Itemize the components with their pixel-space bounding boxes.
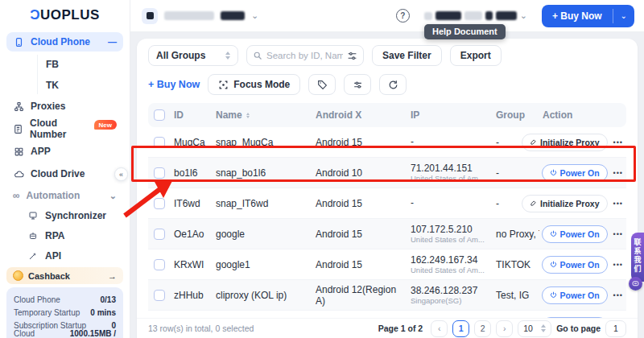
- buy-now-dropdown-caret[interactable]: ⌄: [613, 5, 634, 27]
- page-button-1[interactable]: 1: [452, 320, 469, 337]
- page-size-select[interactable]: 10: [518, 320, 551, 337]
- refresh-button[interactable]: [379, 74, 407, 95]
- sidebar-collapse-button[interactable]: «: [114, 167, 128, 181]
- row-checkbox[interactable]: [154, 137, 165, 148]
- page-size-value: 10: [523, 324, 533, 333]
- header-android: Android X: [312, 109, 407, 121]
- more-actions-button[interactable]: •••: [613, 169, 623, 177]
- account-menu[interactable]: ⌄: [418, 6, 534, 27]
- select-carets-icon: [541, 324, 546, 332]
- cell-id: IT6wd: [171, 198, 213, 209]
- more-actions-button[interactable]: •••: [613, 230, 623, 238]
- sidebar-item-api[interactable]: API: [21, 247, 123, 265]
- proxies-icon: [13, 101, 24, 112]
- cell-group: no Proxy, Te: [493, 229, 539, 240]
- power-on-button[interactable]: Power On: [542, 164, 608, 182]
- row-checkbox[interactable]: [154, 167, 165, 179]
- sidebar-item-rpa[interactable]: RPA: [21, 227, 123, 245]
- advanced-filter-icon[interactable]: [347, 51, 357, 61]
- save-filter-button[interactable]: Save Filter: [372, 45, 442, 66]
- collapse-minus-icon[interactable]: —: [108, 37, 117, 47]
- power-on-button[interactable]: Power On: [542, 286, 608, 304]
- sidebar-section-label: Automation: [27, 190, 80, 201]
- sidebar-section-automation[interactable]: ∞ Automation ⌄: [6, 187, 123, 204]
- initialize-proxy-button[interactable]: Initialize Proxy: [522, 195, 608, 212]
- table-row[interactable]: MugCa snap_MugCa Android 15 - - Initiali…: [148, 127, 626, 158]
- power-icon: [550, 230, 557, 237]
- help-icon[interactable]: ?: [396, 9, 410, 23]
- stat-value: 0: [111, 321, 116, 330]
- help-tooltip: Help Document: [424, 24, 506, 39]
- row-checkbox[interactable]: [154, 229, 165, 240]
- row-checkbox[interactable]: [154, 198, 165, 209]
- rpa-robot-icon: [27, 231, 39, 241]
- table-row[interactable]: Oe1Ao google Android 15 107.172.5.210Uni…: [148, 219, 626, 249]
- cell-id: bo1l6: [171, 167, 213, 179]
- table-row-highlighted[interactable]: bo1l6 snap_bo1l6 Android 10 71.201.44.15…: [148, 158, 626, 188]
- cell-ip: 38.246.128.237Singapore(SG): [407, 286, 493, 305]
- sidebar-item-fb[interactable]: FB: [46, 55, 123, 73]
- power-on-button[interactable]: Power On: [542, 256, 608, 274]
- select-all-checkbox[interactable]: [154, 109, 165, 121]
- power-on-button[interactable]: Power On: [542, 225, 608, 243]
- contact-us-widget[interactable]: 联系我们: [629, 233, 644, 291]
- tag-button[interactable]: [308, 74, 336, 95]
- more-actions-button[interactable]: •••: [613, 200, 623, 208]
- table-row[interactable]: zHHub cliproxy (KOL ip) Android 12(Regio…: [148, 280, 626, 311]
- sidebar-item-cloud-number[interactable]: Cloud Number New: [6, 119, 123, 138]
- more-actions-button[interactable]: •••: [613, 261, 623, 269]
- focus-mode-button[interactable]: Focus Mode: [208, 74, 300, 95]
- header-action: Action: [539, 109, 626, 121]
- sliders-icon: [353, 80, 363, 90]
- header-name[interactable]: Name: [213, 109, 312, 121]
- focus-mode-label: Focus Mode: [233, 79, 290, 90]
- cell-ip: -: [407, 137, 493, 147]
- sidebar-item-cloud-phone[interactable]: Cloud Phone —: [6, 32, 123, 52]
- row-checkbox[interactable]: [154, 290, 165, 301]
- settings-sliders-button[interactable]: [344, 74, 371, 95]
- sidebar-item-tk[interactable]: TK: [46, 76, 123, 94]
- buy-now-link[interactable]: + Buy Now: [148, 79, 200, 90]
- chat-bubble-icon[interactable]: [629, 277, 642, 291]
- group-filter-select[interactable]: All Groups: [148, 45, 238, 66]
- chevron-down-icon: ⌄: [251, 11, 258, 20]
- filter-toolbar: All Groups Save Filter Export: [137, 39, 638, 66]
- page-button-2[interactable]: 2: [474, 320, 491, 337]
- buy-now-button[interactable]: + Buy Now: [542, 5, 613, 27]
- sidebar-item-cashback[interactable]: Cashback →: [6, 267, 123, 284]
- focus-mode-icon: [218, 80, 229, 90]
- more-actions-button[interactable]: •••: [613, 291, 623, 299]
- export-button[interactable]: Export: [450, 45, 502, 66]
- chevron-down-icon: ⌄: [520, 11, 527, 20]
- cell-group: TIKTOK: [493, 259, 539, 270]
- page-indicator: Page 1 of 2: [378, 324, 423, 333]
- more-actions-button[interactable]: •••: [613, 138, 623, 146]
- goto-page-input[interactable]: [605, 320, 626, 337]
- search-box[interactable]: [246, 45, 364, 66]
- table-row[interactable]: IT6wd snap_IT6wd Android 15 - - Initiali…: [148, 188, 626, 219]
- search-input[interactable]: [266, 51, 343, 60]
- group-filter-value: All Groups: [156, 50, 205, 61]
- stat-label: Cloud Phone: [14, 295, 60, 304]
- sort-icon[interactable]: [246, 113, 250, 118]
- power-icon: [550, 291, 557, 299]
- goto-page-label: Go to page: [556, 324, 601, 333]
- row-checkbox[interactable]: [154, 259, 165, 270]
- initialize-proxy-button[interactable]: Initialize Proxy: [522, 134, 608, 151]
- cell-ip: 162.249.167.34United States of Am...: [407, 255, 493, 274]
- workspace-selector[interactable]: ⌄: [142, 8, 258, 24]
- sidebar-item-proxies[interactable]: Proxies: [6, 97, 123, 116]
- table-row[interactable]: KRxWI google1 Android 15 162.249.167.34U…: [148, 249, 626, 280]
- cell-id: KRxWI: [171, 259, 213, 270]
- prev-page-button[interactable]: ‹: [431, 320, 448, 337]
- contact-us-tab[interactable]: 联系我们: [631, 233, 644, 282]
- contact-us-label: 联系我们: [633, 238, 643, 274]
- rows-summary: 13 row(s) in total, 0 selected: [148, 324, 254, 333]
- sidebar-item-synchronizer[interactable]: Synchronizer: [21, 207, 123, 225]
- next-page-button[interactable]: ›: [496, 320, 513, 337]
- buy-now-split-button[interactable]: + Buy Now ⌄: [542, 5, 634, 27]
- cloud-phone-panel: All Groups Save Filter Export + Buy Now …: [137, 39, 638, 338]
- stat-value: 0 mins: [90, 308, 116, 317]
- sidebar-item-app[interactable]: APP: [6, 142, 123, 161]
- sidebar-item-cloud-drive[interactable]: Cloud Drive: [6, 164, 123, 183]
